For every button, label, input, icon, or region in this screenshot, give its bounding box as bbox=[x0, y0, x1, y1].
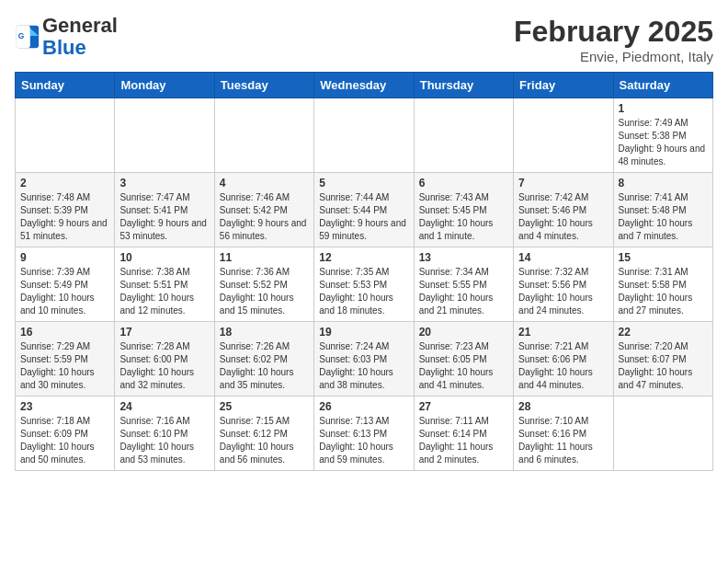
calendar-cell: 24Sunrise: 7:16 AM Sunset: 6:10 PM Dayli… bbox=[115, 396, 214, 471]
day-info: Sunrise: 7:34 AM Sunset: 5:55 PM Dayligh… bbox=[419, 266, 508, 317]
calendar-cell: 11Sunrise: 7:36 AM Sunset: 5:52 PM Dayli… bbox=[214, 247, 313, 322]
day-info: Sunrise: 7:24 AM Sunset: 6:03 PM Dayligh… bbox=[319, 340, 408, 392]
day-info: Sunrise: 7:39 AM Sunset: 5:49 PM Dayligh… bbox=[20, 266, 109, 317]
calendar-cell: 6Sunrise: 7:43 AM Sunset: 5:45 PM Daylig… bbox=[414, 173, 513, 247]
calendar-cell: 28Sunrise: 7:10 AM Sunset: 6:16 PM Dayli… bbox=[514, 396, 613, 471]
calendar-cell bbox=[214, 98, 313, 173]
calendar-week-row: 2Sunrise: 7:48 AM Sunset: 5:39 PM Daylig… bbox=[16, 173, 713, 247]
day-of-week-header: Wednesday bbox=[314, 73, 414, 98]
day-info: Sunrise: 7:38 AM Sunset: 5:51 PM Dayligh… bbox=[119, 266, 209, 317]
day-number: 3 bbox=[119, 177, 209, 190]
calendar-cell: 16Sunrise: 7:29 AM Sunset: 5:59 PM Dayli… bbox=[16, 322, 115, 396]
day-number: 15 bbox=[619, 251, 708, 264]
calendar-cell bbox=[115, 98, 214, 173]
calendar-cell: 17Sunrise: 7:28 AM Sunset: 6:00 PM Dayli… bbox=[115, 322, 214, 396]
day-number: 24 bbox=[119, 400, 209, 413]
day-of-week-header: Tuesday bbox=[214, 73, 313, 98]
calendar-cell: 14Sunrise: 7:32 AM Sunset: 5:56 PM Dayli… bbox=[514, 247, 613, 322]
day-of-week-header: Friday bbox=[514, 73, 613, 98]
day-of-week-header: Monday bbox=[115, 73, 214, 98]
day-info: Sunrise: 7:11 AM Sunset: 6:14 PM Dayligh… bbox=[419, 415, 508, 466]
day-info: Sunrise: 7:49 AM Sunset: 5:38 PM Dayligh… bbox=[619, 117, 708, 168]
title-block: February 2025 Envie, Piedmont, Italy bbox=[514, 15, 713, 64]
day-number: 28 bbox=[518, 400, 608, 413]
day-info: Sunrise: 7:42 AM Sunset: 5:46 PM Dayligh… bbox=[518, 191, 608, 243]
calendar-cell: 7Sunrise: 7:42 AM Sunset: 5:46 PM Daylig… bbox=[514, 173, 613, 247]
day-number: 23 bbox=[20, 400, 109, 413]
day-number: 27 bbox=[419, 400, 508, 413]
calendar-week-row: 16Sunrise: 7:29 AM Sunset: 5:59 PM Dayli… bbox=[16, 322, 713, 396]
logo-general: General bbox=[42, 14, 118, 37]
calendar-week-row: 1Sunrise: 7:49 AM Sunset: 5:38 PM Daylig… bbox=[16, 98, 713, 173]
day-info: Sunrise: 7:15 AM Sunset: 6:12 PM Dayligh… bbox=[220, 415, 309, 466]
day-of-week-header: Thursday bbox=[414, 73, 513, 98]
calendar-cell: 21Sunrise: 7:21 AM Sunset: 6:06 PM Dayli… bbox=[514, 322, 613, 396]
day-number: 13 bbox=[419, 251, 508, 264]
day-number: 12 bbox=[319, 251, 408, 264]
day-number: 20 bbox=[419, 326, 508, 339]
day-number: 17 bbox=[119, 326, 209, 339]
logo-icon: G bbox=[15, 24, 40, 50]
calendar-cell: 15Sunrise: 7:31 AM Sunset: 5:58 PM Dayli… bbox=[613, 247, 712, 322]
day-info: Sunrise: 7:21 AM Sunset: 6:06 PM Dayligh… bbox=[518, 340, 608, 392]
day-number: 1 bbox=[619, 102, 708, 115]
day-number: 25 bbox=[220, 400, 309, 413]
calendar-cell: 25Sunrise: 7:15 AM Sunset: 6:12 PM Dayli… bbox=[214, 396, 313, 471]
calendar-cell: 20Sunrise: 7:23 AM Sunset: 6:05 PM Dayli… bbox=[414, 322, 513, 396]
day-number: 9 bbox=[20, 251, 109, 264]
calendar-cell: 9Sunrise: 7:39 AM Sunset: 5:49 PM Daylig… bbox=[16, 247, 115, 322]
calendar-cell: 19Sunrise: 7:24 AM Sunset: 6:03 PM Dayli… bbox=[314, 322, 414, 396]
calendar-cell bbox=[613, 396, 712, 471]
day-number: 5 bbox=[319, 177, 408, 190]
day-number: 7 bbox=[518, 177, 608, 190]
calendar-week-row: 23Sunrise: 7:18 AM Sunset: 6:09 PM Dayli… bbox=[16, 396, 713, 471]
day-info: Sunrise: 7:47 AM Sunset: 5:41 PM Dayligh… bbox=[119, 191, 209, 243]
day-number: 11 bbox=[220, 251, 309, 264]
day-number: 2 bbox=[20, 177, 109, 190]
day-info: Sunrise: 7:10 AM Sunset: 6:16 PM Dayligh… bbox=[518, 415, 608, 466]
logo-blue: Blue bbox=[42, 36, 86, 59]
day-number: 10 bbox=[119, 251, 209, 264]
calendar-cell: 27Sunrise: 7:11 AM Sunset: 6:14 PM Dayli… bbox=[414, 396, 513, 471]
calendar-cell: 5Sunrise: 7:44 AM Sunset: 5:44 PM Daylig… bbox=[314, 173, 414, 247]
calendar-cell: 1Sunrise: 7:49 AM Sunset: 5:38 PM Daylig… bbox=[613, 98, 712, 173]
day-number: 21 bbox=[518, 326, 608, 339]
calendar-cell: 3Sunrise: 7:47 AM Sunset: 5:41 PM Daylig… bbox=[115, 173, 214, 247]
day-info: Sunrise: 7:16 AM Sunset: 6:10 PM Dayligh… bbox=[119, 415, 209, 466]
month-title: February 2025 bbox=[514, 15, 713, 49]
calendar-cell: 18Sunrise: 7:26 AM Sunset: 6:02 PM Dayli… bbox=[214, 322, 313, 396]
day-info: Sunrise: 7:26 AM Sunset: 6:02 PM Dayligh… bbox=[220, 340, 309, 392]
calendar-cell bbox=[314, 98, 414, 173]
day-info: Sunrise: 7:23 AM Sunset: 6:05 PM Dayligh… bbox=[419, 340, 508, 392]
day-number: 19 bbox=[319, 326, 408, 339]
calendar-cell: 26Sunrise: 7:13 AM Sunset: 6:13 PM Dayli… bbox=[314, 396, 414, 471]
day-number: 4 bbox=[220, 177, 309, 190]
calendar-cell: 4Sunrise: 7:46 AM Sunset: 5:42 PM Daylig… bbox=[214, 173, 313, 247]
location-subtitle: Envie, Piedmont, Italy bbox=[514, 49, 713, 64]
day-info: Sunrise: 7:43 AM Sunset: 5:45 PM Dayligh… bbox=[419, 191, 508, 243]
day-number: 18 bbox=[220, 326, 309, 339]
calendar-cell: 2Sunrise: 7:48 AM Sunset: 5:39 PM Daylig… bbox=[16, 173, 115, 247]
logo: G General Blue bbox=[15, 15, 118, 59]
svg-text:G: G bbox=[18, 31, 25, 40]
day-number: 14 bbox=[518, 251, 608, 264]
day-info: Sunrise: 7:13 AM Sunset: 6:13 PM Dayligh… bbox=[319, 415, 408, 466]
day-of-week-header: Sunday bbox=[16, 73, 115, 98]
calendar-cell bbox=[16, 98, 115, 173]
calendar-cell: 8Sunrise: 7:41 AM Sunset: 5:48 PM Daylig… bbox=[613, 173, 712, 247]
day-number: 22 bbox=[619, 326, 708, 339]
calendar-cell: 23Sunrise: 7:18 AM Sunset: 6:09 PM Dayli… bbox=[16, 396, 115, 471]
day-info: Sunrise: 7:31 AM Sunset: 5:58 PM Dayligh… bbox=[619, 266, 708, 317]
calendar-table: SundayMondayTuesdayWednesdayThursdayFrid… bbox=[15, 72, 713, 471]
calendar-cell bbox=[514, 98, 613, 173]
calendar-cell: 10Sunrise: 7:38 AM Sunset: 5:51 PM Dayli… bbox=[115, 247, 214, 322]
day-info: Sunrise: 7:46 AM Sunset: 5:42 PM Dayligh… bbox=[220, 191, 309, 243]
day-number: 16 bbox=[20, 326, 109, 339]
day-info: Sunrise: 7:32 AM Sunset: 5:56 PM Dayligh… bbox=[518, 266, 608, 317]
day-info: Sunrise: 7:29 AM Sunset: 5:59 PM Dayligh… bbox=[20, 340, 109, 392]
day-number: 8 bbox=[619, 177, 708, 190]
day-info: Sunrise: 7:20 AM Sunset: 6:07 PM Dayligh… bbox=[619, 340, 708, 392]
day-info: Sunrise: 7:36 AM Sunset: 5:52 PM Dayligh… bbox=[220, 266, 309, 317]
calendar-cell: 12Sunrise: 7:35 AM Sunset: 5:53 PM Dayli… bbox=[314, 247, 414, 322]
day-of-week-header: Saturday bbox=[613, 73, 712, 98]
